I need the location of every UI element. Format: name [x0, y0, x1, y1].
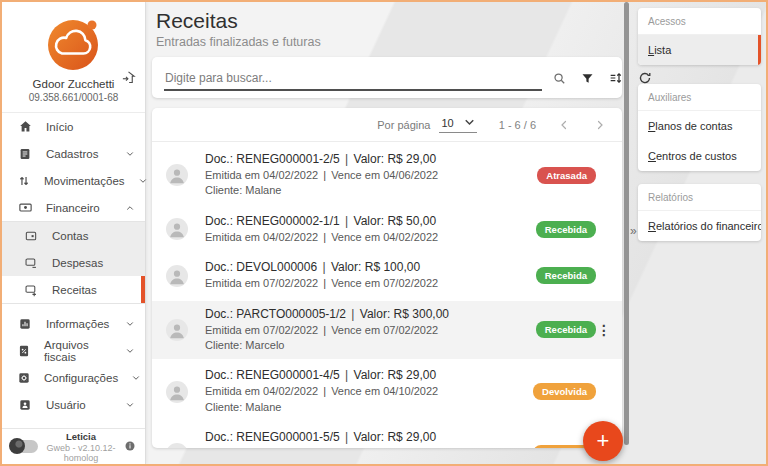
issued-date: 04/02/2022 [263, 385, 318, 397]
issued-label: Emitida em [205, 231, 260, 243]
change-company-icon[interactable] [121, 70, 136, 89]
sidebar-item-label: Despesas [52, 257, 103, 269]
receipt-row[interactable]: Doc.: RENEG000001-2/5 | Valor: R$ 29,00 … [152, 146, 622, 205]
receipt-doc-line: Doc.: RENEG000001-5/5 | Valor: R$ 29,00 [205, 430, 533, 444]
dark-mode-toggle[interactable] [11, 440, 38, 453]
search-bar [152, 57, 622, 98]
vertical-scrollbar[interactable] [624, 2, 629, 445]
value-label: Valor: [354, 152, 384, 166]
search-icon[interactable] [552, 71, 567, 86]
pipe-separator: | [323, 277, 326, 289]
value-label: Valor: [354, 368, 384, 382]
info-icon[interactable] [124, 438, 136, 456]
previous-page-button[interactable] [558, 119, 570, 131]
value-amount: R$ 29,00 [387, 368, 436, 382]
sidebar-item-receitas[interactable]: Receitas [2, 276, 145, 303]
link-relatorios-financeiro[interactable]: Relatórios do financeiro [638, 211, 761, 241]
sidebar-item-cadastros[interactable]: Cadastros [2, 140, 145, 167]
due-label: Vence em [331, 169, 380, 181]
search-input[interactable] [164, 67, 542, 91]
doc-label: Doc.: [205, 430, 233, 444]
link-centros-de-custos[interactable]: Centros de custos [638, 141, 761, 171]
page-title: Receitas [156, 9, 238, 33]
income-card-icon [23, 283, 39, 297]
sidebar-item-configuracoes[interactable]: Configurações [2, 364, 145, 391]
receipt-dates-line: Emitida em 04/02/2022 | Vence em 04/10/2… [205, 384, 533, 399]
receipt-doc-line: Doc.: RENEG000002-1/1 | Valor: R$ 50,00 [205, 214, 536, 228]
pagination-bar: Por página 10 1 - 6 / 6 [152, 108, 622, 142]
fiscal-file-icon [17, 344, 31, 358]
receipts-card: Por página 10 1 - 6 / 6 Doc.: RENEG00000… [152, 108, 622, 448]
filter-icon[interactable] [580, 71, 595, 86]
sidebar-item-movimentacoes[interactable]: Movimentações [2, 167, 145, 194]
sort-icon[interactable] [608, 70, 624, 86]
receipt-dates-line: Emitida em 04/02/2022 | Vence em 04/12/2… [205, 446, 533, 448]
add-receipt-button[interactable]: + [583, 421, 623, 461]
pipe-separator: | [351, 307, 354, 321]
sidebar-item-despesas[interactable]: Despesas [2, 249, 145, 276]
home-icon [17, 119, 33, 134]
sidebar-item-inicio[interactable]: Início [2, 113, 145, 140]
due-label: Vence em [331, 324, 380, 336]
row-menu-button[interactable]: ⋮ [597, 323, 611, 337]
client-avatar-icon [166, 443, 188, 448]
chevron-down-icon [125, 346, 135, 356]
money-icon [17, 200, 33, 215]
sidebar-item-informacoes[interactable]: Informações [2, 310, 145, 337]
doc-number: RENEG000002-1/1 [236, 214, 339, 228]
next-page-button[interactable] [594, 119, 606, 131]
receipt-dates-line: Emitida em 04/02/2022 | Vence em 04/06/2… [205, 168, 537, 183]
receipt-dates-line: Emitida em 07/02/2022 | Vence em 07/02/2… [205, 323, 536, 338]
receipt-row[interactable]: Doc.: RENEG000001-5/5 | Valor: R$ 29,00 … [152, 424, 622, 448]
due-label: Vence em [331, 231, 380, 243]
issued-date: 04/02/2022 [263, 169, 318, 181]
sidebar-item-arquivos-fiscais[interactable]: Arquivos fiscais [2, 337, 145, 364]
pagination-range: 1 - 6 / 6 [499, 119, 536, 131]
client-name: Malane [245, 184, 281, 196]
sidebar-item-financeiro[interactable]: Financeiro [2, 194, 145, 221]
reports-card-title: Relatórios [638, 184, 761, 211]
sidebar-item-label: Informações [46, 318, 109, 330]
due-date: 04/10/2022 [383, 385, 438, 397]
link-planos-de-contas[interactable]: Planos de contas [638, 111, 761, 141]
issued-date: 04/02/2022 [263, 447, 318, 448]
sidebar-item-label: Movimentações [44, 175, 125, 187]
collapse-panel-handle[interactable]: » [630, 224, 637, 238]
receipt-client-line: Cliente: Malane [205, 183, 537, 198]
user-icon [17, 398, 33, 412]
company-id: 09.358.661/0001-68 [2, 92, 145, 103]
receipt-row[interactable]: Doc.: RENEG000001-4/5 | Valor: R$ 29,00 … [152, 362, 622, 421]
doc-label: Doc.: [205, 152, 233, 166]
pipe-separator: | [345, 430, 348, 444]
client-label: Cliente: [205, 339, 242, 351]
client-label: Cliente: [205, 184, 242, 196]
auxiliaries-card-title: Auxiliares [638, 84, 761, 111]
value-amount: R$ 50,00 [387, 214, 436, 228]
pipe-separator: | [322, 260, 325, 274]
doc-label: Doc.: [205, 307, 233, 321]
sidebar-item-contas[interactable]: Contas [2, 222, 145, 249]
link-label: Planos de contas [648, 120, 753, 132]
tab-lista[interactable]: Lista [638, 35, 761, 65]
sidebar-nav: Início Cadastros Movimentações [2, 112, 145, 418]
receipt-row[interactable]: Doc.: PARCTO000005-1/2 | Valor: R$ 300,0… [152, 301, 622, 360]
receipt-client-line: Cliente: Malane [205, 400, 533, 415]
due-date: 07/02/2022 [383, 277, 438, 289]
sidebar-item-label: Arquivos fiscais [44, 339, 112, 363]
status-badge: Devolvida [533, 383, 596, 400]
expense-card-icon [23, 256, 39, 270]
receipt-doc-line: Doc.: PARCTO000005-1/2 | Valor: R$ 300,0… [205, 307, 536, 321]
per-page-select[interactable]: 10 [439, 117, 476, 133]
receipt-row[interactable]: Doc.: RENEG000002-1/1 | Valor: R$ 50,00 … [152, 208, 622, 251]
sidebar-item-label: Início [46, 121, 74, 133]
sidebar-item-usuario[interactable]: Usuário [2, 391, 145, 418]
client-label: Cliente: [205, 401, 242, 413]
receipt-row[interactable]: Doc.: DEVOL000006 | Valor: R$ 100,00 Emi… [152, 254, 622, 297]
receipts-list: Doc.: RENEG000001-2/5 | Valor: R$ 29,00 … [152, 142, 622, 448]
pipe-separator: | [345, 214, 348, 228]
chevron-up-icon [125, 203, 135, 213]
access-card: Acessos Lista [638, 8, 761, 65]
client-name: Marcelo [245, 339, 284, 351]
company-logo-icon [46, 58, 102, 75]
status-badge: Recebida [536, 267, 596, 284]
